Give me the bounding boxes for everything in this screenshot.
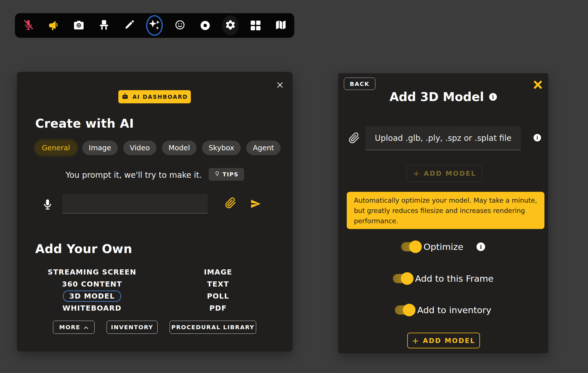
item-poll[interactable]: POLL: [169, 290, 267, 302]
microphone-muted-button[interactable]: [20, 13, 37, 38]
tab-general[interactable]: General: [35, 141, 77, 155]
add-model-label: ADD MODEL: [423, 337, 475, 344]
add-model-button-disabled[interactable]: + ADD MODEL: [407, 165, 482, 182]
upload-file-input[interactable]: [365, 126, 521, 150]
add-model-disabled-label: ADD MODEL: [424, 170, 476, 177]
model-panel-title: Add 3D Model: [389, 90, 484, 104]
item-pdf[interactable]: PDF: [169, 302, 267, 314]
gear-highlight-circle: [222, 15, 239, 35]
smiley-button[interactable]: [172, 13, 188, 38]
tips-button[interactable]: TIPS: [209, 168, 244, 181]
tab-model[interactable]: Model: [162, 141, 197, 155]
inventory-button[interactable]: INVENTORY: [107, 321, 158, 334]
close-icon[interactable]: [276, 81, 284, 89]
create-tabs: General Image Video Model Skybox Agent: [35, 141, 281, 155]
more-button[interactable]: MORE: [53, 321, 95, 334]
add-3d-model-panel: BACK Add 3D Model i i + ADD MODEL Automa…: [338, 73, 548, 353]
ai-dashboard-label: AI DASHBOARD: [132, 94, 188, 100]
add-to-inventory-label: Add to inventory: [417, 305, 491, 315]
item-image[interactable]: IMAGE: [169, 266, 267, 278]
add-to-frame-label: Add to this Frame: [415, 273, 494, 284]
procedural-library-button[interactable]: PROCEDURAL LIBRARY: [170, 321, 256, 334]
ai-sparkles-button[interactable]: [146, 13, 163, 38]
camera-button[interactable]: [70, 13, 87, 38]
add-model-button[interactable]: + ADD MODEL: [407, 333, 480, 348]
add-your-own-title: Add Your Own: [35, 242, 132, 256]
ai-dashboard-button[interactable]: AI DASHBOARD: [118, 90, 191, 103]
record-button[interactable]: [197, 13, 213, 38]
add-to-frame-row: Add to this Frame: [338, 270, 548, 287]
add-to-frame-toggle[interactable]: [393, 274, 412, 283]
add-your-own-list: STREAMING SCREEN IMAGE 360 CONTENT TEXT …: [43, 266, 267, 314]
plus-icon: +: [412, 336, 419, 346]
more-label: MORE: [59, 324, 81, 331]
tab-skybox[interactable]: Skybox: [202, 141, 241, 155]
grid-button[interactable]: [247, 13, 264, 38]
microphone-muted-icon: [23, 19, 34, 32]
create-with-ai-panel: AI DASHBOARD Create with AI General Imag…: [17, 72, 293, 352]
robot-icon: [121, 92, 129, 101]
megaphone-icon: [48, 19, 60, 32]
tab-video[interactable]: Video: [123, 141, 156, 155]
ai-sparkles-icon: [148, 18, 161, 33]
item-360-content[interactable]: 360 CONTENT: [43, 278, 141, 290]
plus-icon: +: [413, 169, 420, 178]
chair-button[interactable]: [96, 13, 112, 38]
chair-icon: [98, 19, 110, 32]
lightbulb-icon: [214, 171, 220, 178]
optimize-notice: Automatically optimize your model. May t…: [347, 192, 544, 229]
grid-icon: [251, 21, 260, 30]
item-text[interactable]: TEXT: [169, 278, 267, 290]
optimize-row: Optimize i: [338, 238, 548, 255]
upload-info-icon[interactable]: i: [534, 134, 541, 141]
settings-button[interactable]: [222, 13, 239, 38]
map-button[interactable]: [273, 13, 289, 38]
inventory-label: INVENTORY: [111, 324, 153, 331]
back-button[interactable]: BACK: [344, 78, 375, 90]
gear-icon: [225, 19, 236, 32]
megaphone-button[interactable]: [45, 13, 62, 38]
pencil-button[interactable]: [121, 13, 138, 38]
send-icon[interactable]: [250, 198, 261, 210]
create-panel-title: Create with AI: [35, 117, 134, 131]
model-panel-header: Add 3D Model i: [338, 90, 548, 104]
item-3d-model-selected[interactable]: 3D MODEL: [43, 290, 141, 302]
add-to-inventory-toggle[interactable]: [395, 305, 414, 315]
item-streaming-screen[interactable]: STREAMING SCREEN: [43, 266, 141, 278]
map-icon: [275, 19, 287, 32]
procedural-library-label: PROCEDURAL LIBRARY: [171, 324, 254, 331]
tab-agent[interactable]: Agent: [246, 141, 281, 155]
optimize-label: Optimize: [424, 242, 463, 252]
close-icon[interactable]: [533, 80, 543, 91]
add-to-inventory-row: Add to inventory: [338, 301, 548, 319]
optimize-toggle[interactable]: [401, 242, 421, 251]
chevron-up-icon: [84, 324, 88, 331]
camera-icon: [73, 19, 85, 32]
ai-selected-ring: [146, 15, 163, 36]
record-icon: [201, 21, 210, 30]
prompt-input[interactable]: [62, 194, 208, 214]
prompt-hint-text: You prompt it, we'll try to make it.: [66, 170, 202, 180]
tips-label: TIPS: [223, 171, 239, 177]
item-whiteboard[interactable]: WHITEBOARD: [43, 302, 141, 314]
title-info-icon[interactable]: i: [489, 93, 497, 101]
attach-paperclip-icon[interactable]: [225, 197, 236, 210]
smiley-icon: [175, 19, 185, 31]
upload-paperclip-icon[interactable]: [348, 132, 360, 145]
pencil-icon: [124, 19, 135, 31]
main-toolbar: [15, 13, 294, 38]
tab-image[interactable]: Image: [82, 141, 118, 155]
microphone-icon[interactable]: [42, 198, 54, 212]
optimize-info-icon[interactable]: i: [477, 242, 485, 251]
